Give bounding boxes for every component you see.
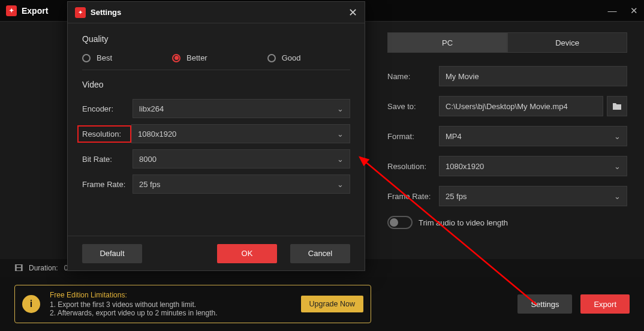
export-button[interactable]: Export (580, 294, 630, 314)
limitations-line1: 1. Export the first 3 videos without len… (50, 300, 218, 309)
radio-icon (82, 54, 91, 62)
dialog-close-button[interactable]: ✕ (348, 6, 357, 19)
chevron-down-icon: ⌄ (337, 180, 344, 189)
chevron-down-icon: ⌄ (337, 104, 344, 113)
radio-icon (172, 54, 180, 62)
video-section-title: Video (82, 80, 350, 89)
default-button[interactable]: Default (82, 244, 142, 263)
encoder-label: Encoder: (82, 101, 133, 116)
framerate-label: Frame Rate: (387, 192, 439, 201)
saveto-input[interactable]: C:\Users\bj\Desktop\My Movie.mp4 (439, 96, 603, 116)
limitations-title: Free Edition Limitations: (50, 291, 218, 299)
modal-framerate-label: Frame Rate: (82, 177, 133, 192)
quality-radio-better[interactable]: Better (172, 53, 207, 62)
resolution-label: Resolution: (387, 162, 439, 171)
limitations-line2: 2. Afterwards, export video up to 2 minu… (50, 309, 218, 317)
upgrade-button[interactable]: Upgrade Now (301, 296, 363, 312)
name-input[interactable]: My Movie (439, 66, 627, 86)
bitrate-select[interactable]: 8000⌄ (133, 149, 350, 168)
close-window-button[interactable]: ✕ (630, 7, 638, 15)
cancel-button[interactable]: Cancel (290, 244, 350, 263)
framerate-select[interactable]: 25 fps ⌄ (439, 186, 627, 206)
chevron-down-icon: ⌄ (614, 192, 621, 201)
quality-radio-good[interactable]: Good (267, 53, 301, 62)
radio-icon (267, 54, 276, 62)
modal-resolution-select[interactable]: 1080x1920⌄ (131, 124, 350, 143)
limitations-box: i Free Edition Limitations: 1. Export th… (14, 285, 371, 323)
modal-resolution-label: Resolution: (77, 125, 131, 143)
trim-audio-toggle[interactable] (387, 216, 413, 229)
app-icon: ✦ (6, 5, 17, 16)
resolution-select[interactable]: 1080x1920 ⌄ (439, 156, 627, 176)
quality-radio-best[interactable]: Best (82, 53, 112, 62)
chevron-down-icon: ⌄ (614, 162, 621, 171)
settings-button[interactable]: Settings (517, 294, 572, 314)
format-select[interactable]: MP4 ⌄ (439, 126, 627, 146)
quality-section-title: Quality (82, 34, 350, 44)
ok-button[interactable]: OK (217, 244, 277, 263)
bitrate-label: Bit Rate: (82, 152, 133, 167)
name-label: Name: (387, 72, 439, 81)
chevron-down-icon: ⌄ (614, 132, 621, 141)
bottom-bar: i Free Edition Limitations: 1. Export th… (0, 277, 644, 331)
chevron-down-icon: ⌄ (337, 130, 344, 139)
window-title: Export (22, 6, 48, 16)
encoder-select[interactable]: libx264⌄ (133, 99, 350, 118)
browse-button[interactable] (607, 96, 627, 116)
minimize-button[interactable]: — (608, 7, 616, 15)
duration-label: Duration: (29, 264, 58, 272)
film-icon: 🎞 (14, 263, 23, 273)
info-icon: i (22, 295, 40, 313)
tab-pc[interactable]: PC (387, 32, 507, 53)
modal-framerate-select[interactable]: 25 fps⌄ (133, 174, 350, 194)
export-panel: PC Device Name: My Movie Save to: C:\Use… (387, 32, 627, 229)
chevron-down-icon: ⌄ (337, 155, 344, 164)
settings-dialog: ✦ Settings ✕ Quality Best Better Good Vi… (67, 1, 365, 271)
app-icon: ✦ (75, 7, 86, 18)
folder-icon (612, 102, 622, 110)
saveto-label: Save to: (387, 102, 439, 111)
dialog-title: Settings (91, 8, 121, 17)
tab-device[interactable]: Device (507, 32, 627, 53)
format-label: Format: (387, 132, 439, 141)
trim-audio-label: Trim audio to video length (419, 218, 508, 227)
